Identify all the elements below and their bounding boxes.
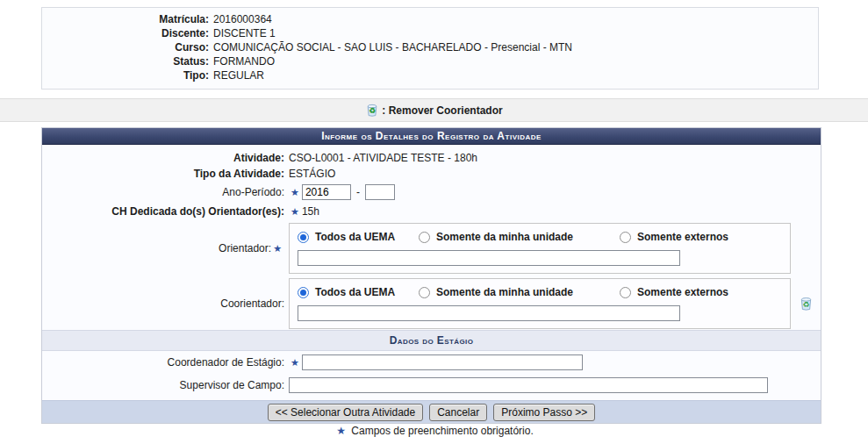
status-label: Status: [42, 54, 209, 68]
atividade-value: CSO-L0001 - ATIVIDADE TESTE - 180h [284, 150, 477, 166]
matricula-label: Matrícula: [42, 12, 209, 26]
radio-button-icon[interactable] [620, 287, 631, 298]
row-tipo-atividade: Tipo da Atividade: ESTÁGIO [42, 166, 821, 182]
coorientador-input[interactable] [298, 305, 680, 321]
radio-button-icon[interactable] [298, 232, 309, 243]
radio-label: Somente externos [637, 286, 728, 298]
orientador-scope-minha-unidade[interactable]: Somente da minha unidade [419, 231, 620, 243]
coorientador-scope-minha-unidade[interactable]: Somente da minha unidade [419, 286, 620, 298]
periodo-input[interactable] [365, 184, 395, 200]
orientador-scope-box: Todos da UEMA Somente da minha unidade S… [289, 223, 791, 274]
info-row-tipo: Tipo: REGULAR [42, 68, 818, 82]
radio-button-icon[interactable] [620, 232, 631, 243]
legend-bar: ♻ : Remover Coorientador [0, 98, 868, 122]
discente-value: DISCENTE 1 [209, 26, 276, 40]
radio-button-icon[interactable] [298, 287, 309, 298]
row-coorientador: Coorientador: Todos da UEMA Somente da m… [42, 278, 821, 329]
required-note-text: Campos de preenchimento obrigatório. [351, 425, 533, 437]
activity-form: Informe os Detalhes do Registro da Ativi… [41, 127, 821, 424]
row-ch-dedicada: CH Dedicada do(s) Orientador(es): ★ 15h [42, 203, 821, 220]
required-star-icon: ★ [271, 243, 284, 254]
coorientador-label: Coorientador: [220, 297, 284, 310]
radio-label: Somente da minha unidade [436, 286, 573, 298]
curso-value: COMUNICAÇÃO SOCIAL - SAO LUIS - BACHAREL… [209, 40, 572, 54]
coorientador-scope-todos[interactable]: Todos da UEMA [298, 286, 419, 298]
ano-periodo-separator: - [351, 186, 365, 198]
form-footer: << Selecionar Outra Atividade Cancelar P… [42, 400, 821, 423]
orientador-scope-externos[interactable]: Somente externos [620, 231, 728, 243]
remove-coorientador-button[interactable]: ♻ [799, 296, 814, 312]
tipo-atividade-label: Tipo da Atividade: [42, 166, 284, 182]
dados-estagio-header: Dados do Estágio [42, 330, 821, 351]
required-fields-note: ★ Campos de preenchimento obrigatório. [0, 425, 868, 437]
row-orientador: Orientador:★ Todos da UEMA Somente da mi… [42, 223, 821, 274]
radio-label: Somente externos [637, 231, 728, 243]
row-atividade: Atividade: CSO-L0001 - ATIVIDADE TESTE -… [42, 150, 821, 166]
radio-label: Todos da UEMA [315, 231, 395, 243]
radio-label: Somente da minha unidade [436, 231, 573, 243]
legend-text: : Remover Coorientador [382, 104, 502, 117]
radio-button-icon[interactable] [419, 232, 430, 243]
orientador-input[interactable] [298, 250, 680, 266]
form-title: Informe os Detalhes do Registro da Ativi… [42, 128, 821, 145]
info-row-discente: Discente: DISCENTE 1 [42, 26, 818, 40]
radio-label: Todos da UEMA [315, 286, 395, 298]
proximo-passo-button[interactable]: Próximo Passo >> [493, 404, 595, 421]
row-ano-periodo: Ano-Período: ★ - [42, 182, 821, 203]
discente-label: Discente: [42, 26, 209, 40]
orientador-label: Orientador: [219, 242, 271, 254]
coordenador-input[interactable] [302, 354, 583, 370]
info-row-matricula: Matrícula: 2016000364 [42, 12, 818, 26]
tipo-label: Tipo: [42, 68, 209, 82]
row-coordenador-estagio: Coordenador de Estágio: ★ [42, 351, 821, 374]
selecionar-outra-atividade-button[interactable]: << Selecionar Outra Atividade [268, 404, 423, 421]
ch-dedicada-value: 15h [302, 205, 319, 218]
ano-input[interactable] [302, 184, 351, 200]
required-star-icon: ★ [289, 187, 302, 198]
supervisor-label: Supervisor de Campo: [42, 379, 284, 391]
required-star-icon: ★ [289, 357, 302, 369]
student-info-panel: Matrícula: 2016000364 Discente: DISCENTE… [41, 7, 819, 90]
status-value: FORMANDO [209, 54, 275, 68]
required-star-icon: ★ [289, 206, 302, 218]
ano-periodo-label: Ano-Período: [42, 186, 284, 198]
coordenador-label: Coordenador de Estágio: [42, 356, 284, 369]
coorientador-scope-box: Todos da UEMA Somente da minha unidade S… [289, 278, 791, 329]
ch-dedicada-label: CH Dedicada do(s) Orientador(es): [42, 205, 284, 218]
page: Matrícula: 2016000364 Discente: DISCENTE… [0, 0, 868, 444]
coorientador-scope-externos[interactable]: Somente externos [620, 286, 728, 298]
tipo-value: REGULAR [209, 68, 264, 82]
cancelar-button[interactable]: Cancelar [429, 404, 487, 421]
info-row-curso: Curso: COMUNICAÇÃO SOCIAL - SAO LUIS - B… [42, 40, 818, 54]
supervisor-input[interactable] [289, 377, 768, 393]
curso-label: Curso: [42, 40, 209, 54]
atividade-label: Atividade: [42, 150, 284, 166]
matricula-value: 2016000364 [209, 12, 272, 26]
radio-button-icon[interactable] [419, 287, 430, 298]
required-star-icon: ★ [334, 425, 348, 437]
row-supervisor-campo: Supervisor de Campo: [42, 374, 821, 397]
info-row-status: Status: FORMANDO [42, 54, 818, 68]
svg-text:♻: ♻ [369, 106, 377, 115]
svg-text:♻: ♻ [802, 300, 809, 309]
recycle-bin-icon: ♻ [365, 103, 379, 118]
orientador-scope-todos[interactable]: Todos da UEMA [298, 231, 419, 243]
tipo-atividade-value: ESTÁGIO [284, 166, 335, 182]
